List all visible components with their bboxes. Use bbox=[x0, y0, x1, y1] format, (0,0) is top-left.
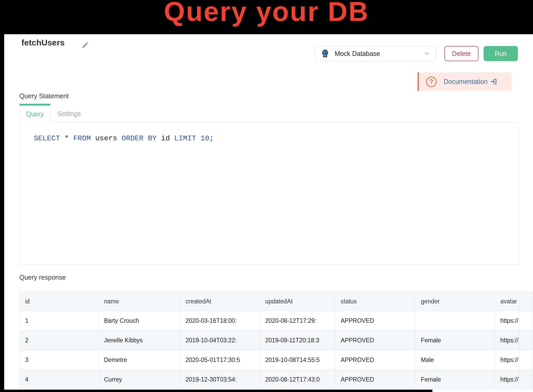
chevron-down-icon bbox=[423, 50, 431, 57]
table-cell: https:// bbox=[495, 350, 519, 370]
question-icon: ? bbox=[426, 77, 437, 87]
database-select-value: Mock Database bbox=[335, 50, 423, 57]
sql-code-line: SELECT * FROM users ORDER BY id LIMIT 10… bbox=[34, 134, 519, 143]
sql-token: ORDER BY bbox=[121, 134, 157, 142]
table-cell: 2020-03-16T18:00: bbox=[180, 311, 260, 331]
table-cell: 2020-08-12T17:43:0 bbox=[260, 370, 335, 389]
table-cell: 2 bbox=[20, 331, 99, 350]
slide-banner: Query your DB bbox=[0, 0, 533, 34]
postgresql-icon bbox=[321, 49, 330, 59]
column-header: status bbox=[335, 292, 415, 311]
table-cell: Female bbox=[415, 331, 495, 350]
table-row: 1Barty Crouch2020-03-16T18:00:2020-08-12… bbox=[20, 311, 533, 331]
sql-token bbox=[196, 134, 201, 142]
external-link-icon bbox=[490, 78, 497, 85]
database-select[interactable]: Mock Database bbox=[315, 46, 436, 61]
documentation-banner[interactable]: ? Documentation bbox=[418, 72, 512, 91]
sql-token: LIMIT bbox=[174, 134, 196, 142]
table-cell: APPROVED bbox=[335, 350, 415, 370]
app-window: fetchUsers Mock Database Delete Run ? Do… bbox=[4, 34, 533, 392]
sql-token: users bbox=[95, 134, 117, 142]
documentation-link[interactable]: Documentation bbox=[444, 78, 488, 85]
column-header: id bbox=[20, 292, 99, 311]
table-cell bbox=[415, 311, 495, 331]
table-cell: Demetre bbox=[99, 350, 180, 370]
tab-strip: QuerySettings bbox=[19, 104, 519, 122]
table-cell: https:// bbox=[495, 311, 519, 331]
table-row: 4Currey2019-12-30T03:54:2020-08-12T17:43… bbox=[20, 370, 533, 389]
table-cell: APPROVED bbox=[335, 311, 415, 331]
table-cell: APPROVED bbox=[335, 370, 415, 389]
sql-token: * bbox=[65, 134, 69, 142]
table-cell: 4 bbox=[20, 370, 99, 389]
delete-button[interactable]: Delete bbox=[444, 46, 478, 61]
sql-token bbox=[170, 134, 174, 142]
sql-token: ; bbox=[209, 134, 214, 142]
table-cell: 2020-08-12T17:29: bbox=[260, 311, 335, 331]
table-cell-clipped bbox=[519, 350, 533, 370]
table-cell: Barty Crouch bbox=[99, 311, 180, 331]
table-row: 2Jenelle Kibbys2019-10-04T03:22:2019-09-… bbox=[20, 331, 533, 350]
page-title: Query your DB bbox=[0, 0, 533, 27]
table-cell: 2019-12-30T03:54: bbox=[180, 370, 260, 389]
edit-pencil-icon[interactable] bbox=[82, 41, 89, 49]
tab-settings[interactable]: Settings bbox=[50, 106, 88, 122]
table-cell: 2019-10-04T03:22: bbox=[180, 331, 260, 350]
column-header: avatar bbox=[495, 292, 519, 311]
table-cell: 1 bbox=[20, 311, 99, 331]
sql-token: SELECT bbox=[34, 134, 60, 142]
column-header: updatedAt bbox=[260, 292, 335, 311]
query-name: fetchUsers bbox=[21, 38, 65, 48]
column-header: createdAt bbox=[180, 292, 260, 311]
table-cell: Currey bbox=[99, 370, 180, 389]
run-button[interactable]: Run bbox=[484, 46, 518, 61]
table-cell: https:// bbox=[495, 370, 519, 389]
sql-token bbox=[69, 134, 73, 142]
table-cell: Female bbox=[415, 370, 495, 389]
column-header: name bbox=[99, 292, 180, 311]
response-table: idnamecreatedAtupdatedAtstatusgenderavat… bbox=[19, 292, 533, 389]
column-header-clipped bbox=[519, 292, 533, 311]
slide-bottom-strip bbox=[0, 390, 432, 392]
table-cell-clipped bbox=[519, 331, 533, 350]
sql-token: FROM bbox=[73, 134, 91, 142]
table-cell: 2019-09-11T20:18:3 bbox=[260, 331, 335, 350]
tab-query[interactable]: Query bbox=[19, 104, 50, 122]
sql-token bbox=[91, 134, 95, 142]
table-cell: 2020-05-01T17:30:5 bbox=[180, 350, 260, 370]
sql-token: 10 bbox=[201, 134, 210, 142]
table-row: 3Demetre2020-05-01T17:30:52019-10-08T14:… bbox=[20, 350, 533, 370]
sql-token: id bbox=[161, 134, 170, 142]
table-cell: 2019-10-08T14:55:5 bbox=[260, 350, 335, 370]
query-statement-label: Query Statement bbox=[19, 92, 69, 100]
sql-token bbox=[60, 134, 65, 142]
sql-editor[interactable]: SELECT * FROM users ORDER BY id LIMIT 10… bbox=[19, 122, 519, 265]
table-cell: Jenelle Kibbys bbox=[99, 331, 180, 350]
table-cell-clipped bbox=[519, 370, 533, 389]
table-cell-clipped bbox=[519, 311, 533, 331]
column-header: gender bbox=[415, 292, 495, 311]
query-response-label: Query response bbox=[19, 274, 66, 281]
sql-token bbox=[157, 134, 161, 142]
table-header-row: idnamecreatedAtupdatedAtstatusgenderavat… bbox=[20, 292, 533, 311]
table-cell: 3 bbox=[20, 350, 99, 370]
sql-token bbox=[117, 134, 121, 142]
table-cell: Male bbox=[415, 350, 495, 370]
table-cell: APPROVED bbox=[335, 331, 415, 350]
table-cell: https:// bbox=[495, 331, 519, 350]
table-body: 1Barty Crouch2020-03-16T18:00:2020-08-12… bbox=[20, 311, 533, 389]
